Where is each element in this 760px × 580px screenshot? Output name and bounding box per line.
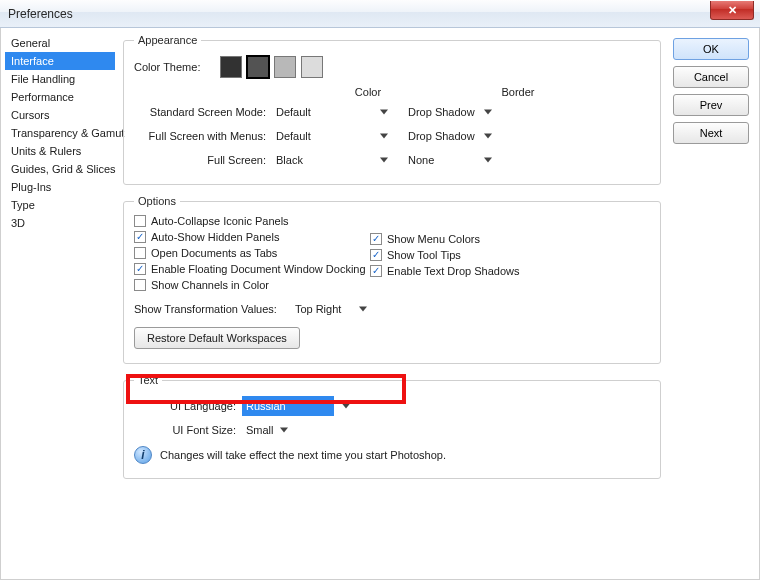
sidebar-item-guides-grid-slices[interactable]: Guides, Grid & Slices [5,160,115,178]
sidebar-item-general[interactable]: General [5,34,115,52]
ui-language-label: UI Language: [134,400,242,412]
close-button[interactable]: ✕ [710,1,754,20]
chk-show-tool-tips[interactable]: ✓Show Tool Tips [370,247,606,263]
fullscreen-label: Full Screen: [134,154,272,166]
next-button[interactable]: Next [673,122,749,144]
checkbox-icon [134,279,146,291]
sidebar-item-cursors[interactable]: Cursors [5,106,115,124]
caret-down-icon [359,307,367,312]
checkbox-icon [134,247,146,259]
options-group: Options Auto-Collapse Iconic Panels ✓Aut… [123,195,661,364]
caret-down-icon [280,428,288,433]
sidebar-item-transparency-gamut[interactable]: Transparency & Gamut [5,124,115,142]
header-border: Border [458,86,578,98]
sidebar-item-plug-ins[interactable]: Plug-Ins [5,178,115,196]
cancel-button[interactable]: Cancel [673,66,749,88]
color-theme-label: Color Theme: [134,61,220,73]
header-color: Color [278,86,458,98]
checkbox-icon: ✓ [134,231,146,243]
sidebar-item-3d[interactable]: 3D [5,214,115,232]
fullscreen-menus-color-dropdown[interactable]: Default [272,126,392,146]
restore-workspaces-button[interactable]: Restore Default Workspaces [134,327,300,349]
sidebar-item-performance[interactable]: Performance [5,88,115,106]
chk-auto-show[interactable]: ✓Auto-Show Hidden Panels [134,229,370,245]
ui-font-size-label: UI Font Size: [134,424,242,436]
std-screen-label: Standard Screen Mode: [134,106,272,118]
ui-font-size-dropdown[interactable]: Small [242,420,292,440]
caret-down-icon [380,110,388,115]
chk-channels-color[interactable]: Show Channels in Color [134,277,370,293]
caret-down-icon [380,134,388,139]
main-panel: Appearance Color Theme: Color Border Sta… [119,28,667,579]
fullscreen-menus-border-dropdown[interactable]: Drop Shadow [404,126,496,146]
titlebar: Preferences ✕ [0,0,760,28]
appearance-group: Appearance Color Theme: Color Border Sta… [123,34,661,185]
checkbox-icon: ✓ [370,233,382,245]
window-title: Preferences [8,7,73,21]
appearance-legend: Appearance [134,34,201,46]
caret-down-icon [380,158,388,163]
chk-show-menu-colors[interactable]: ✓Show Menu Colors [370,231,606,247]
caret-down-icon [484,134,492,139]
chk-auto-collapse[interactable]: Auto-Collapse Iconic Panels [134,213,370,229]
sidebar-item-units-rulers[interactable]: Units & Rulers [5,142,115,160]
chk-open-tabs[interactable]: Open Documents as Tabs [134,245,370,261]
chk-floating-docking[interactable]: ✓Enable Floating Document Window Docking [134,261,370,277]
sidebar-item-interface[interactable]: Interface [5,52,115,70]
restart-notice: Changes will take effect the next time y… [160,449,446,461]
theme-swatch-1[interactable] [220,56,242,78]
std-screen-border-dropdown[interactable]: Drop Shadow [404,102,496,122]
caret-down-icon [342,404,350,409]
transform-values-label: Show Transformation Values: [134,303,285,315]
sidebar-item-file-handling[interactable]: File Handling [5,70,115,88]
chk-text-drop-shadows[interactable]: ✓Enable Text Drop Shadows [370,263,606,279]
checkbox-icon: ✓ [370,265,382,277]
ui-language-dropdown[interactable]: Russian [242,396,334,416]
dialog-body: General Interface File Handling Performa… [0,28,760,580]
checkbox-icon: ✓ [370,249,382,261]
dialog-buttons: OK Cancel Prev Next [667,28,759,579]
fullscreen-color-dropdown[interactable]: Black [272,150,392,170]
theme-swatch-4[interactable] [301,56,323,78]
transform-values-dropdown[interactable]: Top Right [291,299,371,319]
std-screen-color-dropdown[interactable]: Default [272,102,392,122]
caret-down-icon [484,110,492,115]
info-icon: i [134,446,152,464]
color-theme-swatches [220,56,323,78]
caret-down-icon [484,158,492,163]
checkbox-icon [134,215,146,227]
options-legend: Options [134,195,180,207]
close-icon: ✕ [728,4,737,17]
fullscreen-menus-label: Full Screen with Menus: [134,130,272,142]
sidebar-item-type[interactable]: Type [5,196,115,214]
text-legend: Text [134,374,162,386]
fullscreen-border-dropdown[interactable]: None [404,150,496,170]
theme-swatch-2[interactable] [247,56,269,78]
theme-swatch-3[interactable] [274,56,296,78]
category-sidebar: General Interface File Handling Performa… [1,28,119,579]
text-group: Text UI Language: Russian UI Font Size: … [123,374,661,479]
prev-button[interactable]: Prev [673,94,749,116]
checkbox-icon: ✓ [134,263,146,275]
ok-button[interactable]: OK [673,38,749,60]
